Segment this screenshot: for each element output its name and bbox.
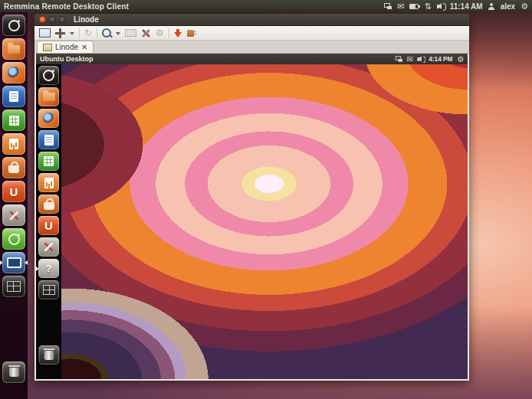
network-icon[interactable] <box>384 3 392 9</box>
unity-launcher: U <box>0 12 28 399</box>
clock[interactable]: 11:14 AM <box>450 2 483 11</box>
volume-icon[interactable] <box>437 5 439 8</box>
focused-indicator-arrow <box>22 260 28 265</box>
toolbar-separator <box>97 28 97 38</box>
remote-launcher-item-firefox[interactable] <box>38 109 59 128</box>
keyboard-grab-icon[interactable] <box>125 29 136 37</box>
firefox-icon <box>43 113 54 124</box>
tools-icon <box>43 241 54 253</box>
launcher-item-home-folder[interactable] <box>2 38 25 60</box>
remote-launcher-item-libreoffice-impress[interactable] <box>38 173 59 192</box>
top-panel: Remmina Remote Desktop Client ✉ ⇅ 11:14 … <box>0 0 532 12</box>
folder-icon <box>8 45 20 54</box>
calc-spreadsheet-icon <box>9 116 19 126</box>
active-app-title: Remmina Remote Desktop Client <box>0 2 129 11</box>
launcher-item-ubuntu-one[interactable]: U <box>2 181 25 202</box>
zoom-dropdown-icon[interactable] <box>116 32 120 38</box>
username[interactable]: alex <box>501 2 515 11</box>
writer-document-icon <box>44 135 54 146</box>
launcher-item-libreoffice-impress[interactable] <box>2 133 25 155</box>
launcher-item-firefox[interactable] <box>2 62 25 83</box>
launcher-item-libreoffice-writer[interactable] <box>2 86 25 107</box>
shopping-bag-icon <box>44 202 54 210</box>
impress-presentation-icon <box>9 139 18 149</box>
plug-icon[interactable] <box>187 30 194 37</box>
remote-launcher-item-trash[interactable] <box>38 345 59 365</box>
remote-launcher-item-libreoffice-calc[interactable] <box>38 152 59 171</box>
toolbar-separator <box>79 28 80 38</box>
remote-launcher-item-libreoffice-writer[interactable] <box>38 130 59 149</box>
launcher-item-libreoffice-calc[interactable] <box>2 110 25 131</box>
ubuntu-logo-green-icon <box>8 234 20 245</box>
ubuntu-one-icon: U <box>44 220 53 231</box>
firefox-icon <box>8 67 20 79</box>
sync-arrows-icon[interactable]: ⇅ <box>424 2 431 10</box>
launcher-item-system-settings[interactable] <box>2 204 25 226</box>
battery-icon[interactable] <box>409 4 419 9</box>
preferences-tools-icon[interactable] <box>141 28 151 38</box>
window-close-button[interactable] <box>39 16 46 23</box>
indicator-tray: ✉ ⇅ 11:14 AM alex ⚙ <box>384 2 532 11</box>
remmina-toolbar: ↻ ⚙ <box>34 26 469 41</box>
trash-icon <box>9 368 19 377</box>
connection-tabbar: Linode ✕ <box>34 41 469 54</box>
workspace-grid-icon <box>43 285 55 295</box>
help-icon: ? <box>46 263 52 274</box>
impress-presentation-icon <box>44 178 54 188</box>
remote-top-panel: Ubuntu Desktop ✉ 4:14 PM ⚙ <box>36 54 468 64</box>
launcher-item-trash[interactable] <box>2 361 25 383</box>
tab-linode[interactable]: Linode ✕ <box>37 41 94 53</box>
remote-launcher-item-home-folder[interactable] <box>38 87 59 106</box>
volume-icon[interactable] <box>417 57 419 61</box>
remote-launcher-item-ubuntu-one[interactable]: U <box>38 216 59 235</box>
launcher-item-workspace-switcher[interactable] <box>2 276 25 297</box>
scaled-mode-icon[interactable]: ↻ <box>84 28 92 38</box>
gears-icon[interactable]: ⚙ <box>156 28 164 38</box>
zoom-icon[interactable] <box>102 28 111 38</box>
launcher-item-ubuntu-software[interactable] <box>2 228 25 250</box>
fit-window-icon[interactable] <box>55 28 65 38</box>
remote-panel-title: Ubuntu Desktop <box>40 55 94 63</box>
window-minimize-button[interactable] <box>49 16 56 23</box>
shopping-bag-icon <box>8 165 19 173</box>
ubuntu-logo-icon <box>43 70 54 81</box>
fit-window-dropdown-icon[interactable] <box>70 32 74 38</box>
mail-icon[interactable]: ✉ <box>397 2 404 10</box>
remmina-monitor-icon <box>7 257 21 268</box>
toolbar-separator <box>169 28 169 38</box>
disconnect-icon[interactable] <box>174 28 182 38</box>
trash-icon <box>44 351 54 360</box>
mail-icon[interactable]: ✉ <box>406 55 412 62</box>
network-icon[interactable] <box>396 56 402 61</box>
calc-spreadsheet-icon <box>44 156 54 166</box>
tab-label: Linode <box>55 43 78 51</box>
remote-indicator-tray: ✉ 4:14 PM ⚙ <box>396 55 464 62</box>
remote-launcher-item-help[interactable]: ? <box>38 259 59 278</box>
tab-close-icon[interactable]: ✕ <box>81 44 87 51</box>
remote-unity-launcher: U ? <box>36 64 61 379</box>
folder-icon <box>43 93 55 101</box>
remote-clock[interactable]: 4:14 PM <box>429 55 452 62</box>
user-icon[interactable] <box>488 3 495 10</box>
writer-document-icon <box>9 91 18 102</box>
fullscreen-toggle-icon[interactable] <box>39 28 51 38</box>
remote-desktop-viewport[interactable]: Ubuntu Desktop ✉ 4:14 PM ⚙ U ? <box>34 54 469 381</box>
session-gear-icon[interactable]: ⚙ <box>457 55 464 62</box>
tools-icon <box>8 210 20 221</box>
launcher-item-remmina[interactable] <box>2 252 25 273</box>
window-title: Linode <box>74 15 99 24</box>
window-maximize-button[interactable] <box>59 16 66 23</box>
window-titlebar[interactable]: Linode <box>34 14 469 26</box>
ubuntu-one-icon: U <box>10 186 18 198</box>
remote-launcher-item-dash-home[interactable] <box>38 66 59 85</box>
launcher-item-dash-home[interactable] <box>2 15 25 36</box>
remmina-window: Linode ↻ ⚙ Linode ✕ Ubuntu Desktop ✉ <box>34 14 469 381</box>
remote-launcher-item-software-center[interactable] <box>38 195 59 214</box>
remote-launcher-item-system-settings[interactable] <box>38 237 59 257</box>
connection-icon <box>43 44 52 51</box>
workspace-grid-icon <box>7 281 21 292</box>
launcher-item-software-center[interactable] <box>2 157 25 178</box>
session-gear-icon[interactable]: ⚙ <box>521 2 528 10</box>
ubuntu-logo-icon <box>8 20 20 31</box>
remote-launcher-item-workspace-switcher[interactable] <box>38 280 59 299</box>
